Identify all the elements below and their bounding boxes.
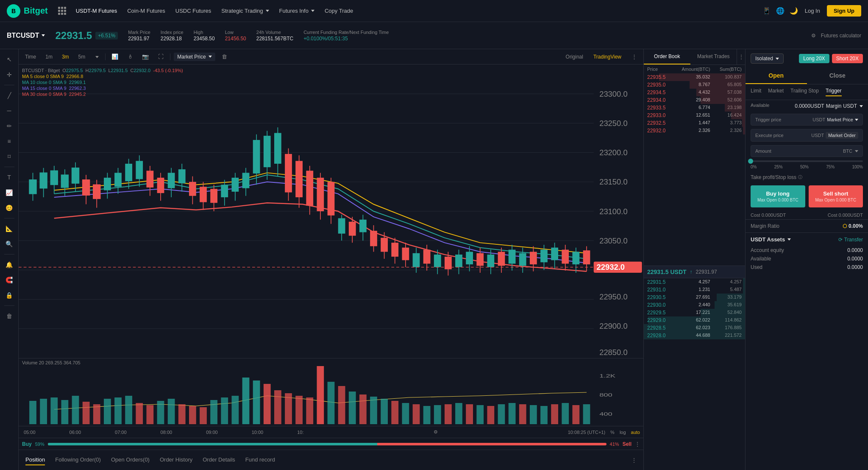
alert-tool[interactable]: 🔔 (3, 258, 16, 271)
ob-ask-row[interactable]: 22934.0 29.408 52.606 (644, 96, 745, 104)
short-leverage-btn[interactable]: Short 20X (832, 54, 863, 63)
amount-input[interactable] (775, 148, 843, 154)
view-original[interactable]: Original (562, 53, 587, 61)
long-leverage-btn[interactable]: Long 20X (799, 54, 829, 63)
fib-tool[interactable]: ⌑ (3, 150, 16, 163)
settings-icon[interactable]: ⚙ (811, 33, 816, 39)
trash-tool[interactable]: 🗑 (3, 309, 16, 323)
ob-bid-row[interactable]: 22928.0 44.688 221.572 (644, 332, 745, 339)
amount-field[interactable]: Amount BTC (751, 145, 863, 157)
trigger-price-input[interactable] (785, 117, 812, 123)
tab-market-trades[interactable]: Market Trades (690, 49, 737, 64)
chart-container[interactable]: BTCUSDT · Bitget O22975.5 H22979.5 L2293… (19, 64, 643, 358)
ob-ask-row[interactable]: 22935.0 8.767 65.805 (644, 81, 745, 89)
ob-ask-row[interactable]: 22934.5 4.432 57.038 (644, 89, 745, 96)
ob-bid-row[interactable]: 22928.5 62.023 176.885 (644, 324, 745, 332)
parallel-channel-tool[interactable]: ≡ (3, 134, 16, 148)
tab-following-order[interactable]: Following Order(0) (55, 455, 101, 465)
scale-log[interactable]: log (620, 430, 626, 435)
line-tool[interactable]: ╱ (3, 89, 16, 102)
trigger-price-field[interactable]: Trigger price USDT Market Price (751, 114, 863, 126)
lock-tool[interactable]: 🔒 (3, 288, 16, 302)
expand-icon[interactable]: ⋮ (635, 441, 640, 447)
price-type-selector[interactable]: Market Price (174, 53, 215, 61)
fullscreen-btn[interactable]: ⛶ (155, 51, 167, 63)
calculator-label[interactable]: Futures calculator (821, 33, 861, 39)
ot-trailing-stop[interactable]: Trailing Stop (790, 88, 819, 96)
globe-icon[interactable]: 🌐 (776, 7, 785, 15)
horizontal-line-tool[interactable]: ─ (3, 104, 16, 118)
execute-price-input[interactable] (787, 132, 812, 138)
draw-tool[interactable]: ✏ (3, 119, 16, 133)
ob-bid-row[interactable]: 22929.0 62.022 114.862 (644, 316, 745, 324)
magnet-tool[interactable]: 🧲 (3, 273, 16, 287)
ob-bid-row[interactable]: 22931.5 4.257 4.257 (644, 278, 745, 286)
chart-type-bar[interactable]: 📊 (109, 51, 121, 63)
nav-futures-info[interactable]: Futures Info (279, 8, 314, 14)
tab-position[interactable]: Position (25, 455, 45, 465)
ob-bid-row[interactable]: 22931.0 1.231 5.487 (644, 286, 745, 294)
indicators-tool[interactable]: 📈 (3, 186, 16, 199)
app-grid-icon[interactable] (58, 7, 66, 15)
tab-open[interactable]: Open (746, 68, 807, 84)
transfer-button[interactable]: ⟳ Transfer (838, 237, 863, 243)
assets-collapse-arrow[interactable] (787, 238, 791, 241)
tf-3m[interactable]: 3m (59, 53, 72, 61)
nav-copy-trade[interactable]: Copy Trade (325, 8, 353, 14)
mobile-icon[interactable]: 📱 (762, 7, 771, 15)
ob-ask-row[interactable]: 22932.5 1.447 3.773 (644, 119, 745, 127)
cursor-tool[interactable]: ↖ (3, 53, 16, 66)
nav-coin-futures[interactable]: Coin-M Futures (127, 8, 165, 14)
ob-ask-row[interactable]: 22935.5 35.032 100.837 (644, 73, 745, 81)
signup-button[interactable]: Sign Up (827, 5, 861, 17)
chart-type-candle[interactable]: 🕯 (124, 51, 136, 63)
measure-tool[interactable]: 📐 (3, 222, 16, 235)
execute-price-field[interactable]: Execute price USDT Market Order (751, 129, 863, 142)
view-tradingview[interactable]: TradingView (590, 53, 625, 61)
tab-open-orders[interactable]: Open Orders(0) (111, 455, 150, 465)
delete-drawings-btn[interactable]: 🗑 (219, 51, 231, 63)
chart-settings-btn[interactable]: ⋮ (628, 51, 640, 63)
zoom-tool[interactable]: 🔍 (3, 237, 16, 251)
tf-more[interactable] (92, 53, 102, 61)
tab-order-book[interactable]: Order Book (644, 49, 690, 64)
slider-thumb[interactable] (748, 159, 753, 164)
tab-fund-record[interactable]: Fund record (245, 455, 275, 465)
ob-bid-row[interactable]: 22930.5 27.691 33.179 (644, 294, 745, 301)
tab-close[interactable]: Close (807, 68, 868, 84)
chart-settings-gear[interactable]: ⚙ (434, 429, 438, 435)
trigger-type-selector[interactable]: Market Price (827, 117, 858, 122)
scale-auto[interactable]: auto (631, 430, 640, 435)
theme-icon[interactable]: 🌙 (790, 7, 798, 15)
isolated-badge[interactable]: Isolated (751, 53, 784, 64)
bottom-panel-expand[interactable]: ⋮ (632, 457, 637, 463)
screenshot-btn[interactable]: 📷 (139, 51, 151, 63)
sell-short-button[interactable]: Sell short Max Open 0.000 BTC (809, 185, 863, 207)
ot-market[interactable]: Market (768, 88, 784, 96)
ob-ask-row[interactable]: 22933.5 6.774 23.198 (644, 104, 745, 112)
tab-order-history[interactable]: Order History (160, 455, 192, 465)
crosshair-tool[interactable]: ✛ (3, 68, 16, 81)
logo[interactable]: B Bitget (7, 4, 48, 18)
ob-ask-row[interactable]: 22932.0 2.326 2.326 (644, 127, 745, 134)
nav-usdt-futures[interactable]: USDT-M Futures (76, 8, 117, 14)
tab-order-details[interactable]: Order Details (203, 455, 235, 465)
nav-usdc-futures[interactable]: USDC Futures (175, 8, 211, 14)
tf-1m[interactable]: 1m (42, 53, 56, 61)
ot-limit[interactable]: Limit (751, 88, 761, 96)
scale-percent[interactable]: % (610, 430, 615, 435)
margin-selector[interactable]: Margin USDT (826, 103, 863, 109)
emoji-tool[interactable]: 😊 (3, 201, 16, 215)
buy-long-button[interactable]: Buy long Max Open 0.000 BTC (751, 185, 805, 207)
login-button[interactable]: Log In (805, 8, 820, 14)
ob-bid-row[interactable]: 22930.0 2.440 35.619 (644, 301, 745, 309)
ob-expand-btn[interactable]: ⋮ (737, 49, 745, 64)
pair-name[interactable]: BTCUSDT (7, 32, 45, 39)
nav-strategic-trading[interactable]: Strategic Trading (221, 8, 269, 14)
amount-slider[interactable]: 0% 25% 50% 75% 100% (746, 159, 868, 173)
ob-bid-row[interactable]: 22929.5 17.221 52.840 (644, 309, 745, 316)
ob-ask-row[interactable]: 22933.0 12.651 16.424 (644, 112, 745, 119)
text-tool[interactable]: T (3, 171, 16, 184)
tf-5m[interactable]: 5m (75, 53, 89, 61)
ot-trigger[interactable]: Trigger (826, 88, 842, 96)
